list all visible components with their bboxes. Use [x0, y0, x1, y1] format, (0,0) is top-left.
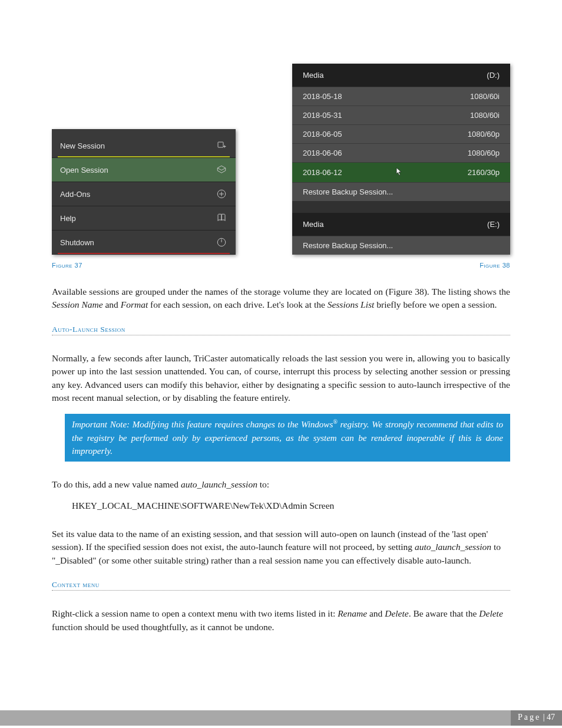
registry-key: HKEY_LOCAL_MACHINE\SOFTWARE\NewTek\XD\Ad… — [72, 500, 510, 511]
shutdown-icon — [216, 236, 227, 248]
figure-captions: Figure 37 Figure 38 — [52, 262, 510, 269]
figure-37-caption: Figure 37 — [52, 262, 82, 269]
drive-spacer — [292, 201, 510, 213]
drive-letter: (D:) — [487, 71, 500, 80]
session-row[interactable]: 2018-06-06 1080/60p — [292, 143, 510, 162]
session-format: 2160/30p — [468, 168, 500, 177]
session-format: 1080/60p — [468, 130, 500, 139]
page-footer: Page | 47 — [0, 710, 562, 726]
drive-header-e[interactable]: Media (E:) — [292, 213, 510, 236]
session-format: 1080/60i — [470, 92, 500, 101]
paragraph-context-menu: Right-click a session name to open a con… — [52, 607, 510, 634]
paragraph-set-value: Set its value data to the name of an exi… — [52, 528, 510, 567]
restore-label: Restore Backup Session... — [303, 187, 393, 196]
session-row[interactable]: 2018-06-05 1080/60p — [292, 124, 510, 143]
menu-new-session[interactable]: New Session — [52, 129, 236, 158]
figure-37-panel: New Session Open Session Add-Ons Help — [52, 129, 236, 255]
session-name: 2018-05-18 — [303, 92, 342, 101]
help-icon — [216, 212, 227, 224]
session-name: 2018-06-05 — [303, 130, 342, 139]
important-note: Important Note: Modifying this feature r… — [65, 414, 510, 462]
session-row-selected[interactable]: 2018-06-12 2160/30p — [292, 162, 510, 182]
figure-38-caption: Figure 38 — [480, 262, 510, 269]
addons-icon — [216, 188, 227, 200]
svg-rect-0 — [218, 142, 223, 147]
restore-label: Restore Backup Session... — [303, 241, 393, 250]
session-name: 2018-05-31 — [303, 111, 342, 120]
page-number: Page | 47 — [511, 710, 562, 726]
drive-label: Media — [303, 220, 323, 229]
menu-label: Help — [60, 214, 76, 223]
session-format: 1080/60i — [470, 111, 500, 120]
menu-shutdown[interactable]: Shutdown — [52, 230, 236, 255]
session-format: 1080/60p — [468, 149, 500, 157]
new-session-icon — [216, 140, 227, 151]
menu-label: Shutdown — [60, 238, 94, 247]
footer-bar — [0, 710, 511, 726]
section-auto-launch: Auto-Launch Session — [52, 325, 510, 335]
session-name: 2018-06-12 — [303, 168, 342, 177]
paragraph-sessions-grouped: Available sessions are grouped under the… — [52, 285, 510, 312]
session-row[interactable]: 2018-05-18 1080/60i — [292, 87, 510, 106]
cursor-icon — [395, 167, 402, 177]
session-row[interactable]: 2018-05-31 1080/60i — [292, 106, 510, 124]
drive-letter: (E:) — [487, 220, 500, 229]
menu-label: Add-Ons — [60, 190, 90, 199]
drive-label: Media — [303, 71, 323, 80]
drive-header-d[interactable]: Media (D:) — [292, 64, 510, 87]
open-session-icon — [216, 164, 227, 176]
menu-addons[interactable]: Add-Ons — [52, 182, 236, 206]
paragraph-auto-launch: Normally, a few seconds after launch, Tr… — [52, 352, 510, 405]
figure-38-panel: Media (D:) 2018-05-18 1080/60i 2018-05-3… — [292, 64, 510, 255]
menu-open-session[interactable]: Open Session — [52, 158, 236, 182]
figures-row: New Session Open Session Add-Ons Help — [52, 64, 510, 255]
menu-label: New Session — [60, 141, 105, 150]
paragraph-add-value: To do this, add a new value named auto_l… — [52, 478, 510, 491]
session-name: 2018-06-06 — [303, 149, 342, 157]
menu-label: Open Session — [60, 166, 108, 174]
restore-backup-d[interactable]: Restore Backup Session... — [292, 182, 510, 201]
menu-help[interactable]: Help — [52, 206, 236, 230]
restore-backup-e[interactable]: Restore Backup Session... — [292, 236, 510, 255]
section-context-menu: Context menu — [52, 580, 510, 591]
